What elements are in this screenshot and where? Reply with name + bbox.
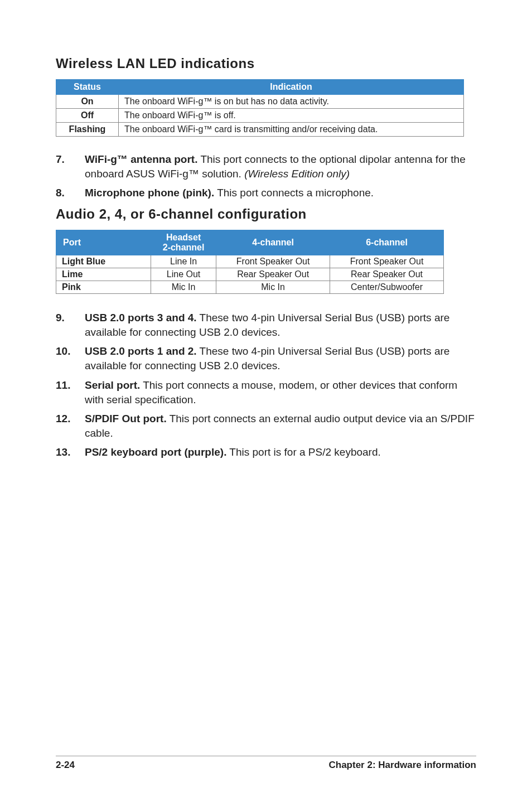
list-item-7: 7. WiFi-g™ antenna port. This port conne… [56, 152, 476, 181]
item-title: S/PDIF Out port. [85, 413, 167, 424]
item-title: USB 2.0 ports 3 and 4. [85, 312, 197, 323]
table-row: Light Blue Line In Front Speaker Out Fro… [56, 255, 444, 268]
table-row: Lime Line Out Rear Speaker Out Rear Spea… [56, 268, 444, 281]
list-item-11: 11. Serial port. This port connects a mo… [56, 378, 476, 407]
list-item-8: 8. Microphone phone (pink). This port co… [56, 186, 476, 200]
item-body: PS/2 keyboard port (purple). This port i… [85, 445, 476, 460]
item-body: S/PDIF Out port. This port connects an e… [85, 412, 476, 441]
item-number: 10. [56, 344, 74, 373]
table-audio-config: Port Headset2-channel 4-channel 6-channe… [56, 230, 444, 294]
item-number: 7. [56, 152, 74, 181]
list-item-9: 9. USB 2.0 ports 3 and 4. These two 4-pi… [56, 311, 476, 340]
cell: Mic In [216, 281, 330, 293]
item-body: USB 2.0 ports 1 and 2. These two 4-pin U… [85, 344, 476, 373]
th-headset: Headset2-channel [151, 230, 216, 255]
cell-port: Light Blue [56, 255, 151, 268]
th-port: Port [56, 230, 151, 255]
cell: Center/Subwoofer [330, 281, 444, 293]
cell-status: Flashing [56, 123, 119, 137]
cell: Line In [151, 255, 216, 268]
th-6channel: 6-channel [330, 230, 444, 255]
cell-status: On [56, 95, 119, 109]
item-title: WiFi-g™ antenna port. [85, 153, 197, 165]
heading-wireless-led: Wireless LAN LED indications [56, 56, 476, 71]
item-number: 13. [56, 445, 74, 460]
cell: Front Speaker Out [330, 255, 444, 268]
cell-port: Lime [56, 268, 151, 281]
list-item-10: 10. USB 2.0 ports 1 and 2. These two 4-p… [56, 344, 476, 373]
item-title: PS/2 keyboard port (purple). [85, 446, 226, 458]
item-text: This port connects a mouse, modem, or ot… [85, 379, 457, 405]
item-title: Serial port. [85, 379, 140, 391]
th-headset-sub: 2-channel [154, 243, 212, 253]
cell-status: Off [56, 109, 119, 123]
item-number: 11. [56, 378, 74, 407]
th-status: Status [56, 80, 119, 95]
item-note: (Wireless Edition only) [244, 168, 350, 180]
page-footer: 2-24 Chapter 2: Hardware information [56, 756, 476, 771]
table-row: Flashing The onboard WiFi-g™ card is tra… [56, 123, 464, 137]
item-number: 12. [56, 412, 74, 441]
item-title: USB 2.0 ports 1 and 2. [85, 345, 197, 357]
item-body: Serial port. This port connects a mouse,… [85, 378, 476, 407]
cell-port: Pink [56, 281, 151, 293]
cell: Mic In [151, 281, 216, 293]
cell: Front Speaker Out [216, 255, 330, 268]
cell-indication: The onboard WiFi-g™ is off. [119, 109, 464, 123]
list-item-12: 12. S/PDIF Out port. This port connects … [56, 412, 476, 441]
table-row: On The onboard WiFi-g™ is on but has no … [56, 95, 464, 109]
th-indication: Indication [119, 80, 464, 95]
cell: Rear Speaker Out [216, 268, 330, 281]
table-row: Pink Mic In Mic In Center/Subwoofer [56, 281, 444, 293]
chapter-title: Chapter 2: Hardware information [329, 760, 477, 771]
th-4channel: 4-channel [216, 230, 330, 255]
item-number: 8. [56, 186, 74, 200]
item-body: USB 2.0 ports 3 and 4. These two 4-pin U… [85, 311, 476, 340]
item-text: This port is for a PS/2 keyboard. [226, 446, 380, 458]
page-number: 2-24 [56, 760, 75, 771]
item-text: This port connects a microphone. [214, 187, 374, 199]
item-title: Microphone phone (pink). [85, 187, 214, 199]
table-wireless-led: Status Indication On The onboard WiFi-g™… [56, 79, 464, 137]
heading-audio-config: Audio 2, 4, or 6-channel configuration [56, 206, 476, 222]
item-body: WiFi-g™ antenna port. This port connects… [85, 152, 476, 181]
th-headset-main: Headset [166, 233, 201, 242]
item-number: 9. [56, 311, 74, 340]
cell-indication: The onboard WiFi-g™ card is transmitting… [119, 123, 464, 137]
item-body: Microphone phone (pink). This port conne… [85, 186, 476, 200]
cell-indication: The onboard WiFi-g™ is on but has no dat… [119, 95, 464, 109]
cell: Rear Speaker Out [330, 268, 444, 281]
cell: Line Out [151, 268, 216, 281]
list-item-13: 13. PS/2 keyboard port (purple). This po… [56, 445, 476, 460]
table-row: Off The onboard WiFi-g™ is off. [56, 109, 464, 123]
